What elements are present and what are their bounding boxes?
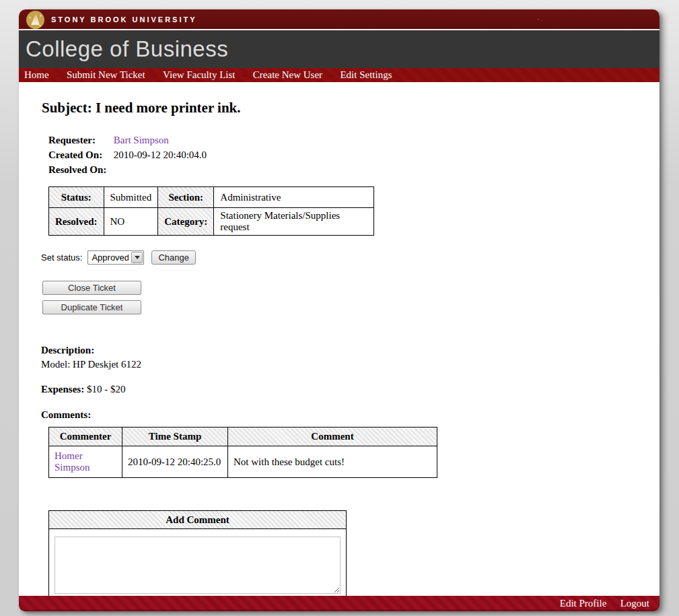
footer-logout-link[interactable]: Logout [620,598,649,609]
nav-separator: - [242,70,245,81]
section-value-cell: Administrative [214,187,374,208]
page-container: STONY BROOK UNIVERSITY - College of Busi… [19,9,659,611]
timestamp-cell: 2010-09-12 20:40:25.0 [122,446,228,478]
stony-brook-logo-icon [26,11,44,29]
top-brand-bar: STONY BROOK UNIVERSITY - [19,9,659,30]
ticket-status-table: Status: Submitted Section: Administrativ… [48,186,374,236]
expenses-row: Expenses: $10 - $20 [41,384,646,395]
main-nav: Home - Submit New Ticket - View Faculty … [19,68,659,82]
ticket-meta-fields: Requester: Bart Simpson Created On: 2010… [48,133,646,177]
comment-column-header: Comment [228,427,437,446]
status-select-wrap: Approved [87,250,144,265]
commenter-name-link[interactable]: Homer Simpson [55,450,90,473]
category-value-cell: Stationery Materials/Supplies request [214,208,374,236]
site-banner: College of Business [19,30,659,68]
created-on-label: Created On: [48,147,111,162]
comments-table: Commenter Time Stamp Comment Homer Simps… [48,427,437,478]
resolved-label-cell: Resolved: [49,208,104,236]
nav-item-home[interactable]: Home [22,69,51,81]
nav-item-edit-settings[interactable]: Edit Settings [338,69,394,81]
site-title: College of Business [26,36,228,62]
add-comment-panel: Add Comment Add Comment [48,510,347,596]
close-ticket-button[interactable]: Close Ticket [42,281,141,295]
footer-separator: - [612,598,614,609]
comments-header-row: Commenter Time Stamp Comment [49,427,437,446]
created-on-row: Created On: 2010-09-12 20:40:04.0 [48,147,646,162]
commenter-column-header: Commenter [49,427,122,446]
change-status-button[interactable]: Change [151,250,196,265]
requester-row: Requester: Bart Simpson [48,133,646,147]
created-on-value: 2010-09-12 20:40:04.0 [114,149,207,160]
set-status-row: Set status: Approved Change [41,250,646,265]
description-text: Model: HP Deskjet 6122 [41,359,646,370]
nav-item-view-faculty-list[interactable]: View Faculty List [161,69,237,81]
commenter-cell: Homer Simpson [49,446,122,478]
category-label-cell: Category: [158,208,214,236]
add-comment-panel-title: Add Comment [49,511,346,529]
duplicate-ticket-button[interactable]: Duplicate Ticket [42,300,141,314]
resolved-on-row: Resolved On: [48,162,646,177]
timestamp-column-header: Time Stamp [122,427,228,446]
nav-separator: - [153,70,155,81]
nav-item-create-new-user[interactable]: Create New User [251,69,324,81]
nav-separator: - [330,70,332,81]
comment-text-cell: Not with these budget cuts! [228,446,437,478]
table-row: Status: Submitted Section: Administrativ… [49,187,374,208]
comment-row: Homer Simpson 2010-09-12 20:40:25.0 Not … [49,446,437,478]
status-label-cell: Status: [49,187,104,208]
expenses-value: $10 - $20 [87,384,126,395]
status-value-cell: Submitted [104,187,158,208]
section-label-cell: Section: [158,187,214,208]
footer-edit-profile-link[interactable]: Edit Profile [560,598,607,609]
topbar-dash: - [537,14,540,22]
university-brand-text: STONY BROOK UNIVERSITY [51,15,197,24]
comments-label: Comments: [41,409,646,421]
add-comment-textarea[interactable] [55,537,341,594]
set-status-label: Set status: [41,252,82,263]
expenses-label: Expenses: [41,384,84,395]
resolved-on-label: Resolved On: [48,162,111,177]
resolved-value-cell: NO [104,208,158,236]
requester-label: Requester: [48,133,111,147]
table-row: Resolved: NO Category: Stationery Materi… [49,208,374,236]
requester-name-link[interactable]: Bart Simpson [114,135,169,145]
ticket-detail-content: Subject: I need more printer ink. Reques… [19,82,659,596]
nav-separator: - [57,70,59,81]
status-select[interactable]: Approved [87,250,144,265]
description-label: Description: [41,345,646,356]
nav-item-submit-new-ticket[interactable]: Submit New Ticket [65,69,147,81]
footer-bar: Edit Profile - Logout [19,596,659,611]
ticket-subject-heading: Subject: I need more printer ink. [42,100,646,116]
